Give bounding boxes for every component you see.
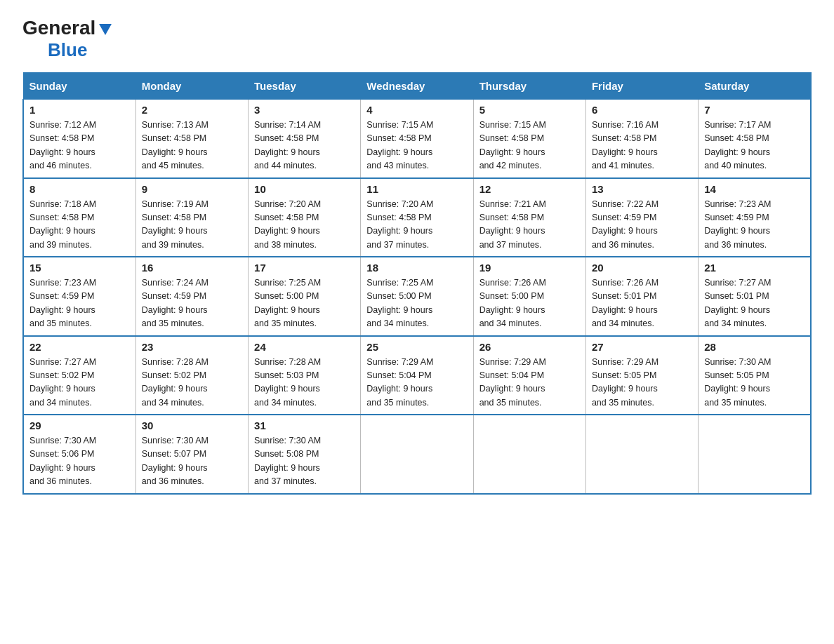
day-number: 12 [479,183,580,195]
day-info: Sunrise: 7:21 AM Sunset: 4:58 PM Dayligh… [479,198,580,253]
logo-blue-text: Blue [48,39,87,60]
week-row-2: 8 Sunrise: 7:18 AM Sunset: 4:58 PM Dayli… [23,178,811,257]
day-info: Sunrise: 7:14 AM Sunset: 4:58 PM Dayligh… [254,119,355,173]
day-info: Sunrise: 7:24 AM Sunset: 4:59 PM Dayligh… [142,276,242,331]
calendar-cell: 11 Sunrise: 7:20 AM Sunset: 4:58 PM Dayl… [361,178,473,257]
day-info: Sunrise: 7:20 AM Sunset: 4:58 PM Dayligh… [254,198,355,253]
calendar-table: SundayMondayTuesdayWednesdayThursdayFrid… [22,72,812,495]
day-number: 11 [366,183,467,195]
calendar-cell: 28 Sunrise: 7:30 AM Sunset: 5:05 PM Dayl… [699,336,811,415]
day-number: 16 [142,262,242,274]
calendar-cell: 7 Sunrise: 7:17 AM Sunset: 4:58 PM Dayli… [699,100,811,178]
day-info: Sunrise: 7:26 AM Sunset: 5:00 PM Dayligh… [479,276,580,331]
weekday-header-thursday: Thursday [473,73,585,100]
calendar-cell: 9 Sunrise: 7:19 AM Sunset: 4:58 PM Dayli… [135,178,248,257]
day-number: 8 [29,183,130,195]
calendar-cell [473,415,585,494]
calendar-cell: 3 Sunrise: 7:14 AM Sunset: 4:58 PM Dayli… [249,100,361,178]
calendar-cell: 16 Sunrise: 7:24 AM Sunset: 4:59 PM Dayl… [135,257,248,336]
day-info: Sunrise: 7:29 AM Sunset: 5:05 PM Dayligh… [592,356,692,410]
calendar-cell: 31 Sunrise: 7:30 AM Sunset: 5:08 PM Dayl… [249,415,361,494]
calendar-cell: 29 Sunrise: 7:30 AM Sunset: 5:06 PM Dayl… [23,415,135,494]
week-row-5: 29 Sunrise: 7:30 AM Sunset: 5:06 PM Dayl… [23,415,811,494]
day-number: 31 [254,420,355,431]
calendar-cell: 5 Sunrise: 7:15 AM Sunset: 4:58 PM Dayli… [473,100,585,178]
calendar-cell: 8 Sunrise: 7:18 AM Sunset: 4:58 PM Dayli… [23,178,135,257]
svg-marker-0 [99,24,112,35]
day-number: 25 [366,341,467,353]
day-number: 19 [479,262,580,274]
day-number: 10 [254,183,355,195]
calendar-cell: 15 Sunrise: 7:23 AM Sunset: 4:59 PM Dayl… [23,257,135,336]
calendar-cell: 25 Sunrise: 7:29 AM Sunset: 5:04 PM Dayl… [361,336,473,415]
calendar-cell: 23 Sunrise: 7:28 AM Sunset: 5:02 PM Dayl… [135,336,248,415]
calendar-cell: 20 Sunrise: 7:26 AM Sunset: 5:01 PM Dayl… [585,257,698,336]
day-number: 4 [366,104,467,116]
calendar-cell: 10 Sunrise: 7:20 AM Sunset: 4:58 PM Dayl… [249,178,361,257]
day-number: 29 [29,420,130,431]
logo-general-text: General [22,17,95,39]
day-info: Sunrise: 7:29 AM Sunset: 5:04 PM Dayligh… [366,356,467,410]
day-info: Sunrise: 7:20 AM Sunset: 4:58 PM Dayligh… [366,198,467,253]
calendar-cell: 12 Sunrise: 7:21 AM Sunset: 4:58 PM Dayl… [473,178,585,257]
day-number: 15 [29,262,130,274]
calendar-cell: 1 Sunrise: 7:12 AM Sunset: 4:58 PM Dayli… [23,100,135,178]
calendar-cell [361,415,473,494]
calendar-cell: 27 Sunrise: 7:29 AM Sunset: 5:05 PM Dayl… [585,336,698,415]
weekday-header-wednesday: Wednesday [361,73,473,100]
calendar-cell: 18 Sunrise: 7:25 AM Sunset: 5:00 PM Dayl… [361,257,473,336]
day-number: 21 [704,262,805,274]
calendar-cell: 17 Sunrise: 7:25 AM Sunset: 5:00 PM Dayl… [249,257,361,336]
weekday-header-row: SundayMondayTuesdayWednesdayThursdayFrid… [23,73,811,100]
day-number: 23 [142,341,242,353]
day-number: 2 [142,104,242,116]
day-number: 7 [704,104,805,116]
day-number: 27 [592,341,692,353]
week-row-1: 1 Sunrise: 7:12 AM Sunset: 4:58 PM Dayli… [23,100,811,178]
day-info: Sunrise: 7:30 AM Sunset: 5:06 PM Dayligh… [29,434,130,489]
page-header: General Blue [22,17,812,61]
day-number: 28 [704,341,805,353]
calendar-cell [585,415,698,494]
day-info: Sunrise: 7:27 AM Sunset: 5:01 PM Dayligh… [704,276,805,331]
calendar-cell: 2 Sunrise: 7:13 AM Sunset: 4:58 PM Dayli… [135,100,248,178]
calendar-cell: 4 Sunrise: 7:15 AM Sunset: 4:58 PM Dayli… [361,100,473,178]
day-number: 24 [254,341,355,353]
day-info: Sunrise: 7:28 AM Sunset: 5:02 PM Dayligh… [142,356,242,410]
day-info: Sunrise: 7:16 AM Sunset: 4:58 PM Dayligh… [592,119,692,173]
calendar-cell: 22 Sunrise: 7:27 AM Sunset: 5:02 PM Dayl… [23,336,135,415]
day-info: Sunrise: 7:30 AM Sunset: 5:07 PM Dayligh… [142,434,242,489]
day-info: Sunrise: 7:13 AM Sunset: 4:58 PM Dayligh… [142,119,242,173]
day-number: 13 [592,183,692,195]
day-info: Sunrise: 7:18 AM Sunset: 4:58 PM Dayligh… [29,198,130,253]
logo: General Blue [22,17,113,61]
day-info: Sunrise: 7:26 AM Sunset: 5:01 PM Dayligh… [592,276,692,331]
logo-triangle-icon [98,21,113,36]
day-number: 3 [254,104,355,116]
day-number: 22 [29,341,130,353]
day-info: Sunrise: 7:27 AM Sunset: 5:02 PM Dayligh… [29,356,130,410]
day-info: Sunrise: 7:25 AM Sunset: 5:00 PM Dayligh… [254,276,355,331]
weekday-header-tuesday: Tuesday [249,73,361,100]
calendar-cell: 6 Sunrise: 7:16 AM Sunset: 4:58 PM Dayli… [585,100,698,178]
day-info: Sunrise: 7:30 AM Sunset: 5:08 PM Dayligh… [254,434,355,489]
day-info: Sunrise: 7:17 AM Sunset: 4:58 PM Dayligh… [704,119,805,173]
week-row-4: 22 Sunrise: 7:27 AM Sunset: 5:02 PM Dayl… [23,336,811,415]
week-row-3: 15 Sunrise: 7:23 AM Sunset: 4:59 PM Dayl… [23,257,811,336]
day-number: 1 [29,104,130,116]
day-info: Sunrise: 7:23 AM Sunset: 4:59 PM Dayligh… [29,276,130,331]
weekday-header-friday: Friday [585,73,698,100]
calendar-cell: 30 Sunrise: 7:30 AM Sunset: 5:07 PM Dayl… [135,415,248,494]
calendar-cell: 13 Sunrise: 7:22 AM Sunset: 4:59 PM Dayl… [585,178,698,257]
calendar-cell: 14 Sunrise: 7:23 AM Sunset: 4:59 PM Dayl… [699,178,811,257]
weekday-header-monday: Monday [135,73,248,100]
day-number: 30 [142,420,242,431]
day-number: 14 [704,183,805,195]
day-info: Sunrise: 7:29 AM Sunset: 5:04 PM Dayligh… [479,356,580,410]
day-info: Sunrise: 7:15 AM Sunset: 4:58 PM Dayligh… [366,119,467,173]
day-info: Sunrise: 7:12 AM Sunset: 4:58 PM Dayligh… [29,119,130,173]
day-number: 26 [479,341,580,353]
day-number: 17 [254,262,355,274]
calendar-cell: 24 Sunrise: 7:28 AM Sunset: 5:03 PM Dayl… [249,336,361,415]
calendar-cell [699,415,811,494]
